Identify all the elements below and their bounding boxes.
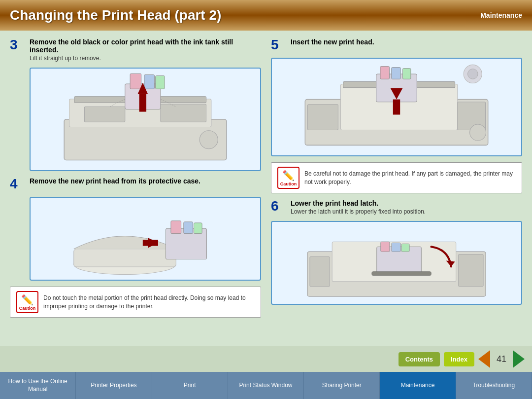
svg-rect-5 bbox=[144, 74, 155, 89]
step-3-subtitle: Lift it straight up to remove. bbox=[30, 55, 261, 62]
step-4-illustration bbox=[31, 198, 260, 280]
nav-footer: How to Use the Online ManualPrinter Prop… bbox=[0, 372, 532, 399]
svg-rect-4 bbox=[130, 73, 141, 89]
page-header: Changing the Print Head (part 2) Mainten… bbox=[0, 0, 532, 31]
step-3-title: Remove the old black or color print head… bbox=[30, 38, 261, 54]
step-6-title: Lower the print head latch. bbox=[291, 199, 522, 207]
step-6-image bbox=[271, 221, 522, 305]
left-column: 3 Remove the old black or color print he… bbox=[10, 38, 261, 339]
svg-rect-40 bbox=[392, 243, 400, 252]
nav-item-print-status[interactable]: Print Status Window bbox=[228, 372, 304, 399]
page-title: Changing the Print Head (part 2) bbox=[10, 7, 221, 23]
step-4-number: 4 bbox=[10, 177, 25, 191]
svg-rect-15 bbox=[74, 249, 176, 267]
step-3-image bbox=[30, 68, 261, 171]
svg-point-33 bbox=[470, 124, 486, 141]
svg-rect-18 bbox=[184, 222, 193, 234]
step-3-header: 3 Remove the old black or color print he… bbox=[10, 38, 261, 62]
right-column: 5 Insert the new print head. bbox=[271, 38, 522, 339]
step-5-text: Insert the new print head. bbox=[291, 38, 522, 46]
step-4-header: 4 Remove the new print head from its pro… bbox=[10, 177, 261, 191]
svg-rect-21 bbox=[143, 240, 158, 246]
svg-rect-26 bbox=[380, 66, 390, 79]
svg-rect-27 bbox=[392, 68, 401, 79]
step-6-number: 6 bbox=[271, 199, 286, 213]
left-caution-box: ✏️ Caution Do not touch the metal portio… bbox=[10, 287, 261, 318]
svg-rect-45 bbox=[459, 254, 483, 286]
svg-rect-6 bbox=[156, 75, 165, 89]
step-3-illustration bbox=[31, 69, 260, 170]
step-6-subtitle: Lower the latch until it is properly fix… bbox=[291, 208, 522, 215]
svg-rect-8 bbox=[161, 104, 206, 122]
step-3-text: Remove the old black or color print head… bbox=[30, 38, 261, 62]
step-5-image bbox=[271, 58, 522, 156]
svg-rect-31 bbox=[307, 105, 338, 130]
svg-point-35 bbox=[467, 69, 478, 79]
right-caution-box: ✏️ Caution Be careful not to damage the … bbox=[271, 162, 522, 193]
svg-rect-19 bbox=[194, 223, 202, 234]
right-caution-text: Be careful not to damage the print head.… bbox=[304, 170, 516, 186]
svg-rect-39 bbox=[381, 242, 390, 252]
left-caution-icon: ✏️ Caution bbox=[16, 291, 38, 313]
controls-row: Contents Index 41 bbox=[0, 346, 532, 372]
nav-item-sharing-printer[interactable]: Sharing Printer bbox=[304, 372, 380, 399]
svg-rect-41 bbox=[401, 244, 409, 252]
nav-item-print[interactable]: Print bbox=[152, 372, 228, 399]
svg-rect-44 bbox=[310, 256, 330, 286]
step-6-illustration bbox=[272, 222, 521, 304]
step-6-header: 6 Lower the print head latch. Lower the … bbox=[271, 199, 522, 215]
next-page-button[interactable] bbox=[513, 350, 525, 368]
contents-button[interactable]: Contents bbox=[399, 352, 440, 366]
svg-rect-30 bbox=[393, 100, 400, 115]
svg-rect-43 bbox=[372, 272, 432, 276]
svg-point-9 bbox=[200, 131, 218, 149]
index-button[interactable]: Index bbox=[444, 352, 474, 366]
right-caution-icon: ✏️ Caution bbox=[277, 167, 299, 189]
right-caution-label: Caution bbox=[280, 181, 297, 186]
nav-item-printer-properties[interactable]: Printer Properties bbox=[76, 372, 152, 399]
step-4-title: Remove the new print head from its prote… bbox=[30, 177, 261, 185]
step-6-text: Lower the print head latch. Lower the la… bbox=[291, 199, 522, 215]
nav-item-troubleshooting[interactable]: Troubleshooting bbox=[456, 372, 532, 399]
step-4-text: Remove the new print head from its prote… bbox=[30, 177, 261, 185]
page-subtitle: Maintenance bbox=[480, 11, 522, 19]
step-5-number: 5 bbox=[271, 38, 286, 52]
step-5-header: 5 Insert the new print head. bbox=[271, 38, 522, 52]
svg-rect-11 bbox=[139, 94, 146, 112]
step-5-title: Insert the new print head. bbox=[291, 38, 522, 46]
nav-item-how-to-use[interactable]: How to Use the Online Manual bbox=[0, 372, 76, 399]
step-5-illustration bbox=[272, 59, 521, 155]
left-caution-label: Caution bbox=[19, 306, 36, 311]
svg-rect-17 bbox=[171, 221, 181, 234]
svg-rect-28 bbox=[402, 69, 411, 79]
page-number: 41 bbox=[494, 354, 509, 364]
nav-item-maintenance[interactable]: Maintenance bbox=[380, 372, 456, 399]
left-caution-text: Do not touch the metal portion of the pr… bbox=[43, 294, 255, 311]
svg-rect-7 bbox=[84, 107, 125, 122]
step-4-image bbox=[30, 197, 261, 281]
prev-page-button[interactable] bbox=[478, 350, 490, 368]
step-3-number: 3 bbox=[10, 38, 25, 52]
main-content: 3 Remove the old black or color print he… bbox=[0, 31, 532, 346]
